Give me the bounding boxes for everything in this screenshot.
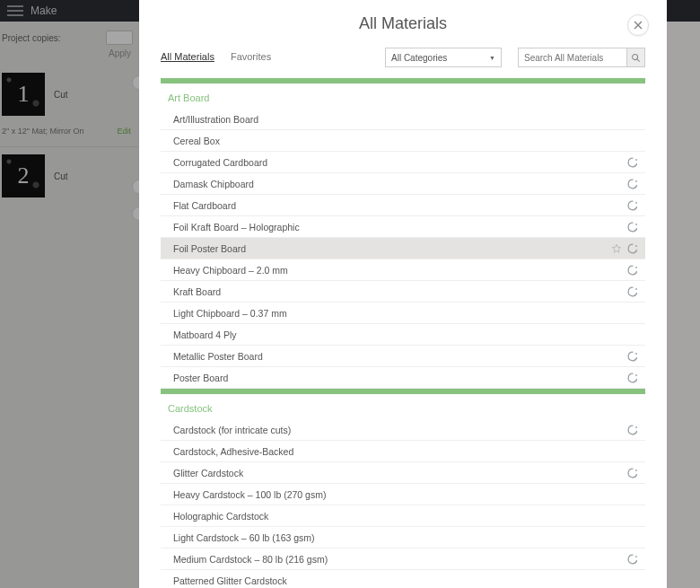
material-name: Patterned Glitter Cardstock (173, 575, 287, 586)
material-row[interactable]: Light Cardstock – 60 lb (163 gsm) (161, 527, 645, 549)
svg-line-1 (637, 58, 640, 61)
material-row[interactable]: Foil Poster Board (161, 238, 645, 259)
materials-list: Art BoardArt/Illustration BoardCereal Bo… (139, 78, 667, 588)
material-row-icons (627, 222, 638, 233)
material-name: Light Cardstock – 60 lb (163 gsm) (173, 532, 315, 543)
material-name: Kraft Board (173, 286, 221, 297)
material-row-icons (627, 468, 638, 478)
material-name: Heavy Chipboard – 2.0 mm (173, 265, 288, 276)
brand-icon (627, 286, 638, 297)
material-row-icons (627, 286, 638, 297)
material-row[interactable]: Foil Kraft Board – Holographic (161, 216, 645, 238)
material-row-icons (627, 200, 638, 211)
materials-tabs: All Materials Favorites (161, 51, 271, 64)
material-name: Poster Board (173, 373, 228, 383)
material-row-icons (627, 425, 638, 435)
material-row[interactable]: Glitter Cardstock (161, 462, 645, 484)
svg-point-2 (635, 159, 637, 161)
modal-title: All Materials (161, 14, 645, 33)
material-row-icons (627, 373, 638, 383)
svg-point-7 (635, 267, 637, 268)
brand-icon (627, 468, 638, 478)
close-icon[interactable] (627, 14, 649, 36)
group-header: Art Board (161, 83, 645, 109)
material-row-icons (627, 157, 638, 168)
material-name: Damask Chipboard (173, 179, 254, 189)
svg-point-12 (635, 470, 637, 471)
material-row[interactable]: Kraft Board (161, 281, 645, 303)
material-name: Foil Poster Board (173, 243, 246, 254)
search-input[interactable] (518, 48, 627, 67)
svg-point-9 (635, 353, 637, 355)
brand-icon (627, 179, 638, 189)
material-name: Medium Cardstock – 80 lb (216 gsm) (173, 554, 328, 565)
material-row[interactable]: Damask Chipboard (161, 173, 645, 195)
svg-point-6 (635, 245, 637, 247)
material-name: Heavy Cardstock – 100 lb (270 gsm) (173, 489, 326, 500)
brand-icon (627, 425, 638, 435)
material-row[interactable]: Metallic Poster Board (161, 346, 645, 367)
brand-icon (627, 554, 638, 565)
material-row[interactable]: Heavy Cardstock – 100 lb (270 gsm) (161, 484, 645, 505)
material-row-icons (627, 265, 638, 276)
material-row[interactable]: Cardstock (for intricate cuts) (161, 419, 645, 441)
material-row[interactable]: Corrugated Cardboard (161, 152, 645, 173)
material-name: Cereal Box (173, 136, 220, 146)
tab-all-materials[interactable]: All Materials (161, 51, 214, 64)
star-icon[interactable] (611, 243, 622, 254)
svg-point-3 (635, 180, 637, 182)
material-row-icons (611, 243, 638, 254)
material-row[interactable]: Patterned Glitter Cardstock (161, 570, 645, 588)
brand-icon (627, 351, 638, 362)
material-row[interactable]: Art/Illustration Board (161, 109, 645, 130)
brand-icon (627, 265, 638, 276)
brand-icon (627, 222, 638, 233)
svg-point-4 (635, 202, 637, 204)
material-row[interactable]: Medium Cardstock – 80 lb (216 gsm) (161, 549, 645, 570)
brand-icon (627, 157, 638, 168)
material-row-icons (627, 179, 638, 189)
brand-icon (627, 243, 638, 254)
svg-point-5 (635, 224, 637, 225)
tab-favorites[interactable]: Favorites (231, 51, 271, 64)
material-row[interactable]: Poster Board (161, 367, 645, 389)
material-name: Cardstock, Adhesive-Backed (173, 446, 293, 457)
category-selected: All Categories (391, 53, 447, 63)
brand-icon (627, 200, 638, 211)
materials-modal: All Materials All Materials Favorites Al… (139, 0, 667, 588)
modal-toolbar: All Materials Favorites All Categories ▼ (139, 40, 667, 78)
chevron-down-icon: ▼ (489, 55, 495, 61)
search-icon (631, 53, 641, 63)
material-name: Corrugated Cardboard (173, 157, 267, 168)
material-row-icons (627, 351, 638, 362)
material-name: Metallic Poster Board (173, 351, 263, 362)
group-header: Cardstock (161, 394, 645, 419)
material-row[interactable]: Holographic Cardstock (161, 505, 645, 527)
material-name: Matboard 4 Ply (173, 329, 237, 340)
svg-point-11 (635, 426, 637, 428)
material-row[interactable]: Heavy Chipboard – 2.0 mm (161, 259, 645, 281)
material-name: Foil Kraft Board – Holographic (173, 222, 300, 233)
svg-point-8 (635, 288, 637, 290)
svg-point-0 (633, 54, 638, 59)
category-dropdown[interactable]: All Categories ▼ (385, 48, 502, 67)
material-row[interactable]: Cereal Box (161, 130, 645, 152)
search-button[interactable] (627, 48, 645, 67)
svg-point-10 (635, 374, 637, 376)
material-row[interactable]: Light Chipboard – 0.37 mm (161, 303, 645, 324)
material-name: Holographic Cardstock (173, 511, 268, 522)
search-wrap (518, 48, 645, 67)
material-name: Flat Cardboard (173, 200, 236, 211)
material-row[interactable]: Cardstock, Adhesive-Backed (161, 441, 645, 462)
material-row[interactable]: Flat Cardboard (161, 195, 645, 216)
material-row[interactable]: Matboard 4 Ply (161, 324, 645, 346)
modal-header: All Materials (139, 0, 667, 40)
material-name: Glitter Cardstock (173, 468, 243, 478)
svg-point-13 (635, 556, 637, 557)
material-name: Art/Illustration Board (173, 114, 258, 125)
material-name: Cardstock (for intricate cuts) (173, 425, 291, 435)
brand-icon (627, 373, 638, 383)
material-row-icons (627, 554, 638, 565)
material-name: Light Chipboard – 0.37 mm (173, 308, 287, 319)
